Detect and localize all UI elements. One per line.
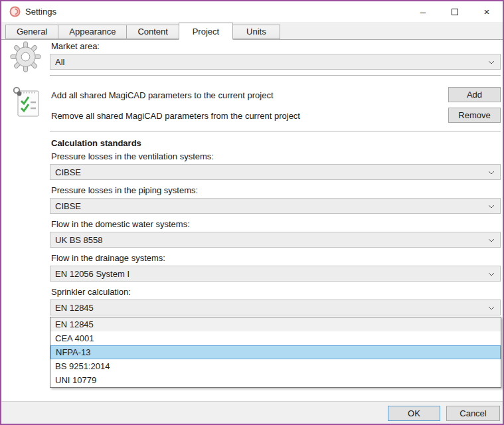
sprinkler-dropdown-list: EN 12845 CEA 4001 NFPA-13 BS 9251:2014 U… [50,317,501,388]
chevron-down-icon [488,205,495,209]
dropdown-option-en-12845[interactable]: EN 12845 [50,317,501,331]
market-area-select[interactable]: All [50,54,501,70]
ventilation-pressure-select[interactable]: CIBSE [50,164,501,180]
dropdown-option-nfpa-13[interactable]: NFPA-13 [50,345,501,359]
chevron-down-icon [488,171,495,175]
sprinkler-calculation-select[interactable]: EN 12845 [50,299,501,315]
sprinkler-calculation-label: Sprinkler calculation: [51,287,131,297]
close-icon: × [484,7,490,17]
tab-bar: General Appearance Content Project Units [1,22,503,40]
drainage-flow-label: Flow in the drainage systems: [51,253,165,263]
separator [50,75,501,76]
settings-dialog: Settings – × General Appearance Content … [0,0,504,425]
piping-pressure-value: CIBSE [55,201,81,211]
domestic-water-flow-label: Flow in the domestic water systems: [51,219,190,229]
drainage-flow-select[interactable]: EN 12056 System I [50,266,501,282]
ventilation-pressure-value: CIBSE [55,167,81,177]
gear-icon [10,41,41,72]
piping-pressure-select[interactable]: CIBSE [50,198,501,214]
window-title: Settings [25,7,56,17]
add-parameters-text: Add all shared MagiCAD parameters to the… [51,90,274,100]
dropdown-option-uni-10779[interactable]: UNI 10779 [50,373,501,387]
ok-button[interactable]: OK [388,406,440,421]
maximize-button[interactable] [439,1,471,22]
piping-pressure-label: Pressure losses in the piping systems: [51,185,198,195]
minimize-button[interactable]: – [407,1,439,22]
cancel-button[interactable]: Cancel [446,406,500,421]
remove-parameters-text: Remove all shared MagiCAD parameters fro… [51,111,300,121]
magicad-logo-icon [9,6,21,17]
remove-button[interactable]: Remove [448,108,501,123]
maximize-icon [452,9,458,15]
checklist-icon [12,86,42,121]
calculation-standards-heading: Calculation standards [51,138,141,148]
title-bar: Settings – × [1,1,503,22]
chevron-down-icon [488,272,495,276]
add-button[interactable]: Add [448,87,501,102]
chevron-down-icon [488,238,495,242]
dropdown-option-bs-9251-2014[interactable]: BS 9251:2014 [50,359,501,373]
chevron-down-icon [488,60,495,64]
separator [50,131,501,131]
close-button[interactable]: × [471,1,503,22]
tab-general[interactable]: General [5,25,58,39]
market-area-value: All [55,57,64,67]
dropdown-option-cea-4001[interactable]: CEA 4001 [50,331,501,345]
tab-content[interactable]: Content [126,25,179,39]
tab-appearance[interactable]: Appearance [58,25,127,39]
domestic-water-flow-select[interactable]: UK BS 8558 [50,232,501,248]
market-area-label: Market area: [51,41,100,51]
drainage-flow-value: EN 12056 System I [55,269,129,279]
tab-units[interactable]: Units [232,25,280,39]
domestic-water-flow-value: UK BS 8558 [55,235,103,245]
minimize-icon: – [420,7,426,17]
dialog-footer: OK Cancel [1,401,503,424]
project-tab-panel: Market area: All Add all shared MagiCAD … [1,40,503,401]
tab-project[interactable]: Project [179,23,233,40]
ventilation-pressure-label: Pressure losses in the ventilation syste… [51,151,214,161]
chevron-down-icon [488,306,495,310]
sprinkler-calculation-value: EN 12845 [55,303,94,313]
